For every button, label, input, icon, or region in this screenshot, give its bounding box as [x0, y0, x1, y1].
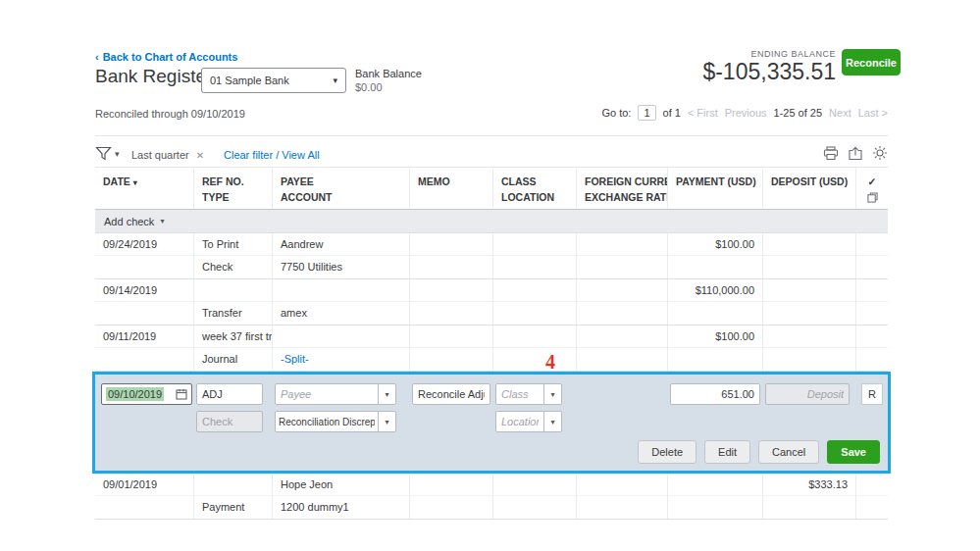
cell-account: 7750 Utilities [273, 256, 409, 278]
back-chevron-icon: ‹ [95, 51, 99, 63]
cancel-button[interactable]: Cancel [758, 440, 819, 464]
range-label: 1-25 of 25 [774, 107, 823, 119]
delete-button[interactable]: Delete [638, 440, 696, 464]
payee-dropdown[interactable]: ▾ [275, 383, 409, 405]
memo-input[interactable] [412, 383, 490, 405]
calendar-icon[interactable] [176, 388, 187, 400]
add-check-row[interactable]: Add check ▾ [95, 210, 888, 233]
table-row[interactable]: 09/01/2019 Payment Hope Jeon1200 dummy1 … [95, 474, 888, 520]
account-selector-value: 01 Sample Bank [210, 75, 289, 86]
copy-icon[interactable] [858, 189, 886, 203]
cell-account: amex [273, 302, 409, 325]
reconcile-status-field[interactable]: R [861, 383, 883, 405]
register-table: DATE ▾ REF NO. TYPE PAYEE ACCOUNT MEMO C… [95, 167, 888, 520]
bank-balance: Bank Balance $0.00 [355, 67, 422, 94]
clear-filter-link[interactable]: Clear filter / View All [224, 149, 320, 161]
chevron-down-icon: ▾ [160, 217, 164, 225]
class-input[interactable] [495, 383, 544, 405]
reconciled-through-text: Reconciled through 09/10/2019 [95, 108, 245, 120]
column-header-payment: PAYMENT (USD) [667, 168, 762, 209]
cell-memo [410, 474, 492, 496]
cell-memo [410, 233, 492, 256]
table-row[interactable]: 09/24/2019 To PrintCheck Aandrew7750 Uti… [95, 233, 888, 279]
ending-balance-value: $-105,335.51 [702, 59, 836, 85]
cell-deposit [763, 233, 855, 256]
cell-payee [273, 279, 409, 302]
cell-payment: $110,000.00 [668, 279, 762, 302]
edit-transaction-panel: 09/10/2019 ▾ [92, 372, 891, 474]
filter-chip: Last quarter ✕ [131, 149, 204, 161]
column-header-refno-type: REF NO. TYPE [193, 168, 272, 209]
cell-memo [410, 326, 492, 348]
cell-type: Journal [194, 348, 272, 371]
back-link-label: Back to Chart of Accounts [103, 51, 238, 63]
divider [95, 135, 888, 136]
date-input-value: 09/10/2019 [106, 387, 164, 401]
checkmark-icon: ✓ [858, 174, 886, 189]
edit-row-line1: 09/10/2019 ▾ [95, 380, 888, 408]
column-header-memo: MEMO [409, 168, 492, 209]
step-annotation: 4 [545, 351, 555, 374]
chevron-down-icon[interactable]: ▾ [543, 411, 562, 432]
next-page-link[interactable]: Next [829, 107, 851, 119]
cell-account-split-link[interactable]: -Split- [273, 348, 409, 371]
payment-input[interactable] [670, 383, 760, 405]
account-selector[interactable]: 01 Sample Bank ▾ [201, 68, 346, 93]
cell-type: Check [194, 256, 272, 278]
export-icon[interactable] [848, 146, 863, 161]
gear-icon[interactable] [872, 145, 888, 161]
column-header-reconcile-status: ✓ [855, 168, 888, 209]
back-to-chart-of-accounts-link[interactable]: ‹ Back to Chart of Accounts [95, 51, 237, 63]
cell-date: 09/11/2019 [95, 326, 193, 348]
close-icon[interactable]: ✕ [196, 150, 204, 161]
table-header-row: DATE ▾ REF NO. TYPE PAYEE ACCOUNT MEMO C… [95, 167, 888, 210]
cell-payee: Hope Jeon [273, 474, 409, 496]
filter-chip-label: Last quarter [131, 149, 189, 161]
ref-no-input[interactable] [196, 383, 263, 405]
table-row[interactable]: 09/14/2019 Transfer amex $110,000.00 [95, 279, 888, 326]
cell-deposit [763, 326, 855, 348]
filter-button[interactable]: ▾ [95, 146, 120, 161]
cell-refno [194, 279, 272, 302]
cell-payment [668, 474, 762, 496]
bank-balance-value: $0.00 [355, 80, 422, 94]
account-input[interactable] [275, 411, 379, 432]
payee-input[interactable] [275, 383, 379, 405]
deposit-input [765, 383, 850, 405]
goto-page-input[interactable]: 1 [638, 105, 655, 121]
chevron-down-icon: ▾ [115, 149, 120, 159]
table-row[interactable]: 09/11/2019 week 37 first tryJournal -Spl… [95, 326, 888, 372]
print-icon[interactable] [823, 146, 839, 161]
cell-date: 09/14/2019 [95, 279, 193, 302]
class-dropdown[interactable]: ▾ [495, 383, 576, 405]
column-header-foreign-currency: FOREIGN CURRENCY EXCHANGE RATE [576, 168, 667, 209]
location-input[interactable] [495, 411, 544, 432]
previous-page-link[interactable]: Previous [725, 107, 767, 119]
pagination: Go to: 1 of 1 < First Previous 1-25 of 2… [601, 105, 888, 121]
chevron-down-icon[interactable]: ▾ [543, 383, 562, 405]
location-dropdown[interactable]: ▾ [495, 411, 576, 432]
cell-refno [194, 474, 272, 496]
account-dropdown[interactable]: ▾ [275, 411, 409, 432]
cell-refno: week 37 first try [194, 326, 272, 348]
table-tools [823, 145, 888, 161]
cell-payee [273, 326, 409, 348]
cell-date: 09/01/2019 [95, 474, 193, 496]
first-page-link[interactable]: < First [688, 107, 718, 119]
edit-row-line2: ▾ ▾ [95, 408, 888, 435]
cell-type: Payment [194, 496, 272, 519]
cell-deposit [763, 279, 855, 302]
cell-type: Transfer [194, 302, 272, 325]
cell-deposit: $333.13 [763, 474, 855, 496]
edit-button[interactable]: Edit [704, 440, 750, 464]
chevron-down-icon[interactable]: ▾ [378, 383, 396, 405]
column-header-date[interactable]: DATE ▾ [95, 168, 193, 209]
cell-memo [410, 279, 492, 302]
save-button[interactable]: Save [827, 440, 880, 464]
date-input[interactable]: 09/10/2019 [101, 383, 192, 405]
cell-payment: $100.00 [668, 326, 762, 348]
add-check-label: Add check [104, 216, 154, 227]
last-page-link[interactable]: Last > [858, 107, 888, 119]
reconcile-button[interactable]: Reconcile [842, 49, 901, 75]
chevron-down-icon[interactable]: ▾ [378, 411, 396, 432]
